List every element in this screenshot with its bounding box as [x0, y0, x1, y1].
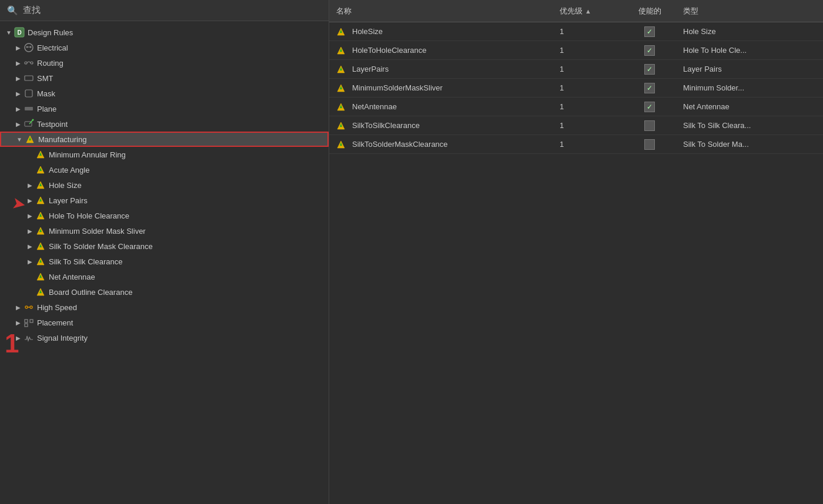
toggle-silk-to-silk[interactable] [26, 257, 34, 266]
tree-item-min-annular-ring[interactable]: Minimum Annular Ring [0, 147, 329, 162]
toggle-hole-size[interactable] [26, 181, 34, 189]
row-enabled[interactable]: ✓ [623, 83, 676, 93]
tree-item-design-rules[interactable]: D Design Rules [0, 25, 329, 40]
row-type: Silk To Solder Ma... [676, 140, 823, 149]
acute-angle-icon [35, 164, 46, 175]
row-name: SilkToSolderMaskClearance [329, 140, 553, 149]
tree-item-layer-pairs[interactable]: Layer Pairs [0, 193, 329, 208]
tree-item-mask[interactable]: Mask [0, 86, 329, 101]
toggle-high-speed[interactable] [14, 303, 22, 311]
tree-item-acute-angle[interactable]: Acute Angle [0, 162, 329, 177]
toggle-empty-1 [26, 150, 34, 159]
min-solder-mask-label: Minimum Solder Mask Sliver [49, 227, 146, 236]
tree-item-electrical[interactable]: Electrical [0, 40, 329, 55]
table-row[interactable]: LayerPairs 1 ✓ Layer Pairs [329, 60, 823, 79]
toggle-electrical[interactable] [14, 43, 22, 52]
table-row[interactable]: MinimumSolderMaskSliver 1 ✓ Minimum Sold… [329, 79, 823, 98]
row-enabled[interactable]: ✓ [623, 26, 676, 37]
row-priority: 1 [553, 102, 623, 111]
toggle-manufacturing[interactable] [15, 135, 24, 143]
design-rules-icon: D [14, 27, 25, 38]
table-row[interactable]: HoleSize 1 ✓ Hole Size [329, 22, 823, 41]
checkbox[interactable] [644, 139, 655, 150]
tree-item-placement[interactable]: Placement [0, 315, 329, 330]
board-outline-label: Board Outline Clearance [49, 288, 132, 297]
routing-label: Routing [37, 59, 63, 68]
net-antennae-icon [35, 271, 46, 282]
row-enabled[interactable]: ✓ [623, 45, 676, 56]
layer-pairs-label: Layer Pairs [49, 196, 88, 205]
testpoint-label: Testpoint [37, 120, 68, 129]
electrical-icon [24, 42, 34, 53]
tree-item-smt[interactable]: SMT [0, 70, 329, 86]
placement-label: Placement [37, 318, 73, 327]
testpoint-icon [24, 119, 34, 129]
row-type: Net Antennae [676, 102, 823, 111]
table-row[interactable]: SilkToSilkClearance 1 Silk To Silk Clear… [329, 116, 823, 135]
tree-item-hole-size[interactable]: Hole Size [0, 177, 329, 193]
toggle-routing[interactable] [14, 59, 22, 67]
toggle-min-solder-mask[interactable] [26, 227, 34, 235]
table-row[interactable]: HoleToHoleClearance 1 ✓ Hole To Hole Cle… [329, 41, 823, 60]
routing-icon [24, 58, 34, 68]
toggle-empty-3 [26, 273, 34, 281]
col-header-priority[interactable]: 优先级 ▲ [553, 6, 623, 16]
toggle-mask[interactable] [14, 89, 22, 98]
tree-item-plane[interactable]: Plane [0, 101, 329, 116]
tree-item-silk-to-solder[interactable]: Silk To Solder Mask Clearance [0, 238, 329, 254]
checkbox[interactable]: ✓ [644, 83, 655, 93]
tree-item-silk-to-silk[interactable]: Silk To Silk Clearance [0, 254, 329, 269]
checkbox[interactable]: ✓ [644, 45, 655, 56]
table-row[interactable]: SilkToSolderMaskClearance 1 Silk To Sold… [329, 135, 823, 154]
tree-item-min-solder-mask[interactable]: Minimum Solder Mask Sliver [0, 223, 329, 238]
row-priority: 1 [553, 27, 623, 36]
row-enabled[interactable]: ✓ [623, 102, 676, 112]
tree-item-hole-to-hole[interactable]: Hole To Hole Clearance [0, 208, 329, 223]
search-bar[interactable]: 🔍 查找 [0, 0, 329, 21]
col-header-enabled: 使能的 [623, 6, 676, 16]
toggle-testpoint[interactable] [14, 120, 22, 128]
svg-rect-9 [25, 90, 32, 97]
row-name: HoleSize [329, 27, 553, 36]
svg-rect-10 [25, 107, 33, 110]
svg-rect-40 [30, 320, 33, 322]
search-icon: 🔍 [7, 5, 18, 16]
checkbox[interactable]: ✓ [644, 26, 655, 37]
signal-integrity-label: Signal Integrity [37, 334, 88, 342]
toggle-hole-to-hole[interactable] [26, 211, 34, 220]
checkbox[interactable]: ✓ [644, 102, 655, 112]
layer-pairs-icon [35, 195, 46, 206]
toggle-placement[interactable] [14, 318, 22, 327]
tree-item-net-antennae[interactable]: Net Antennae [0, 269, 329, 284]
table-row[interactable]: NetAntennae 1 ✓ Net Antennae [329, 98, 823, 116]
tree-item-manufacturing[interactable]: Manufacturing [0, 132, 329, 147]
silk-to-silk-label: Silk To Silk Clearance [49, 257, 122, 266]
tree-item-high-speed[interactable]: High Speed [0, 300, 329, 315]
row-priority: 1 [553, 121, 623, 130]
tree-item-board-outline[interactable]: Board Outline Clearance [0, 284, 329, 300]
row-enabled[interactable]: ✓ [623, 64, 676, 75]
row-priority: 1 [553, 140, 623, 149]
svg-rect-39 [25, 320, 28, 322]
min-solder-mask-icon [35, 226, 46, 236]
checkbox[interactable]: ✓ [644, 64, 655, 75]
annotation-1: 1 [5, 329, 19, 358]
toggle-empty-2 [26, 166, 34, 174]
row-enabled[interactable] [623, 120, 676, 131]
toggle-plane[interactable] [14, 105, 22, 113]
row-type: Hole Size [676, 27, 823, 36]
checkbox[interactable] [644, 120, 655, 131]
smt-icon [24, 73, 34, 83]
row-name: LayerPairs [329, 65, 553, 74]
tree-item-routing[interactable]: Routing [0, 55, 329, 70]
col-header-name[interactable]: 名称 [329, 6, 553, 16]
row-type: Minimum Solder... [676, 83, 823, 92]
toggle-smt[interactable] [14, 74, 22, 82]
toggle-layer-pairs[interactable] [26, 196, 34, 204]
toggle-silk-to-solder[interactable] [26, 242, 34, 250]
toggle-design-rules[interactable] [5, 28, 13, 36]
row-enabled[interactable] [623, 139, 676, 150]
tree-item-signal-integrity[interactable]: Signal Integrity [0, 330, 329, 345]
tree-item-testpoint[interactable]: Testpoint [0, 116, 329, 132]
high-speed-label: High Speed [37, 303, 77, 312]
